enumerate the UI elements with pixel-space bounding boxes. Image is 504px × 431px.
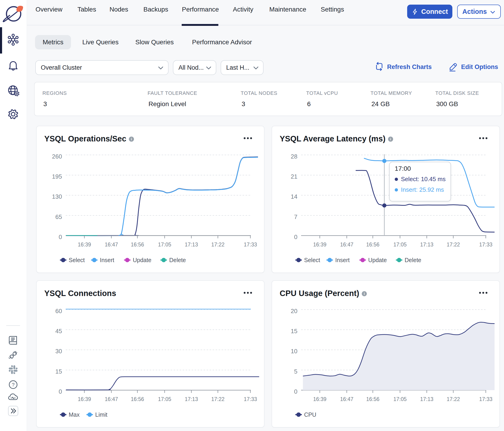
svg-text:?: ? — [12, 382, 15, 388]
svg-text:16:39: 16:39 — [313, 396, 326, 402]
svg-text:17:13: 17:13 — [420, 242, 433, 248]
svg-text:16:47: 16:47 — [340, 396, 353, 402]
svg-text:16:56: 16:56 — [131, 242, 144, 248]
svg-text:0: 0 — [294, 233, 297, 240]
svg-text:45: 45 — [55, 328, 62, 335]
svg-text:195: 195 — [52, 173, 62, 180]
svg-text:5: 5 — [294, 368, 297, 375]
svg-text:17:05: 17:05 — [158, 396, 171, 402]
svg-text:17:13: 17:13 — [185, 242, 198, 248]
svg-text:Max: Max — [69, 411, 80, 418]
svg-text:17:05: 17:05 — [393, 242, 407, 248]
svg-text:16:47: 16:47 — [105, 242, 118, 248]
svg-text:28: 28 — [291, 153, 297, 160]
svg-text:17:33: 17:33 — [479, 242, 493, 248]
svg-text:Select: Select — [69, 257, 85, 263]
svg-text:16:56: 16:56 — [131, 396, 144, 402]
svg-text:15: 15 — [55, 368, 62, 375]
svg-text:60: 60 — [55, 308, 62, 314]
svg-text:17:33: 17:33 — [244, 396, 257, 402]
svg-text:16:39: 16:39 — [313, 242, 326, 248]
svg-text:0: 0 — [294, 388, 297, 395]
svg-text:Delete: Delete — [405, 257, 421, 263]
svg-text:17:05: 17:05 — [393, 396, 407, 402]
svg-text:16:39: 16:39 — [78, 396, 91, 402]
svg-text:0: 0 — [59, 233, 62, 240]
svg-text:16:39: 16:39 — [78, 242, 91, 248]
svg-text:Insert: Insert — [335, 257, 350, 263]
svg-text:65: 65 — [55, 213, 62, 220]
svg-text:17:05: 17:05 — [158, 242, 171, 248]
svg-text:15: 15 — [291, 328, 297, 335]
svg-text:17:22: 17:22 — [447, 242, 460, 248]
svg-text:Update: Update — [368, 257, 387, 263]
svg-text:17:33: 17:33 — [479, 396, 493, 402]
svg-text:17:13: 17:13 — [185, 396, 198, 402]
svg-text:10: 10 — [291, 348, 297, 355]
svg-text:14: 14 — [291, 193, 297, 200]
svg-text:Limit: Limit — [95, 411, 108, 418]
svg-text:30: 30 — [55, 348, 62, 355]
svg-text:CPU: CPU — [304, 411, 316, 418]
svg-text:Insert: Insert — [100, 257, 114, 263]
svg-text:16:56: 16:56 — [366, 242, 379, 248]
svg-text:16:47: 16:47 — [105, 396, 118, 402]
svg-text:21: 21 — [291, 173, 297, 180]
svg-text:17:22: 17:22 — [447, 396, 460, 402]
svg-text:16:47: 16:47 — [340, 242, 353, 248]
svg-text:17:33: 17:33 — [244, 242, 257, 248]
svg-text:20: 20 — [291, 308, 297, 314]
svg-text:Update: Update — [133, 257, 152, 263]
svg-text:260: 260 — [52, 153, 62, 160]
svg-text:7: 7 — [294, 213, 297, 220]
svg-text:17:13: 17:13 — [420, 396, 433, 402]
svg-text:130: 130 — [52, 193, 62, 200]
svg-text:17:22: 17:22 — [211, 396, 225, 402]
svg-text:Select: Select — [304, 257, 320, 263]
svg-text:16:56: 16:56 — [366, 396, 379, 402]
svg-text:17:22: 17:22 — [211, 242, 225, 248]
svg-text:Delete: Delete — [169, 257, 186, 263]
svg-text:0: 0 — [59, 388, 62, 395]
